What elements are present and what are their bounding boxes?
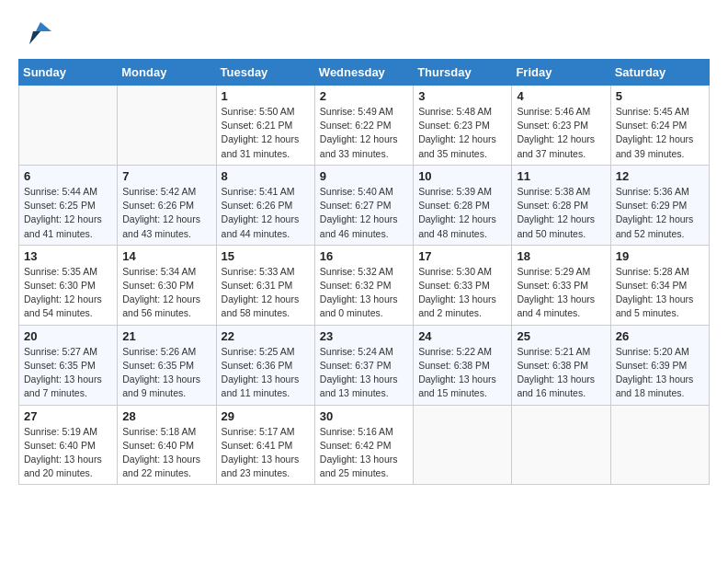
day-number: 11 — [517, 169, 605, 183]
day-number: 27 — [24, 409, 112, 423]
day-info: Sunrise: 5:39 AMSunset: 6:28 PMDaylight:… — [418, 185, 506, 241]
weekday-header: Wednesday — [314, 60, 413, 86]
logo — [18, 18, 51, 44]
calendar-cell: 9Sunrise: 5:40 AMSunset: 6:27 PMDaylight… — [314, 165, 413, 245]
calendar-cell: 28Sunrise: 5:18 AMSunset: 6:40 PMDayligh… — [118, 405, 216, 485]
day-info: Sunrise: 5:30 AMSunset: 6:33 PMDaylight:… — [418, 265, 506, 321]
calendar-header-row: SundayMondayTuesdayWednesdayThursdayFrid… — [19, 60, 710, 86]
day-number: 14 — [122, 249, 210, 263]
day-info: Sunrise: 5:22 AMSunset: 6:38 PMDaylight:… — [418, 345, 506, 401]
day-info: Sunrise: 5:24 AMSunset: 6:37 PMDaylight:… — [320, 345, 408, 401]
day-info: Sunrise: 5:32 AMSunset: 6:32 PMDaylight:… — [320, 265, 408, 321]
day-info: Sunrise: 5:35 AMSunset: 6:30 PMDaylight:… — [24, 265, 112, 321]
calendar-cell: 14Sunrise: 5:34 AMSunset: 6:30 PMDayligh… — [118, 245, 216, 325]
day-number: 17 — [418, 249, 506, 263]
day-number: 5 — [616, 89, 704, 103]
page-header — [18, 18, 710, 44]
calendar-cell — [118, 86, 216, 166]
day-number: 4 — [517, 89, 605, 103]
day-number: 15 — [222, 249, 310, 263]
calendar-cell: 8Sunrise: 5:41 AMSunset: 6:26 PMDaylight… — [216, 165, 314, 245]
calendar-cell — [610, 405, 709, 485]
day-number: 20 — [24, 329, 112, 343]
calendar-cell: 10Sunrise: 5:39 AMSunset: 6:28 PMDayligh… — [414, 165, 512, 245]
weekday-header: Friday — [512, 60, 610, 86]
weekday-header: Tuesday — [216, 60, 314, 86]
day-info: Sunrise: 5:25 AMSunset: 6:36 PMDaylight:… — [222, 345, 310, 401]
weekday-header: Thursday — [414, 60, 512, 86]
calendar-cell: 29Sunrise: 5:17 AMSunset: 6:41 PMDayligh… — [216, 405, 314, 485]
calendar-cell: 30Sunrise: 5:16 AMSunset: 6:42 PMDayligh… — [314, 405, 413, 485]
day-info: Sunrise: 5:26 AMSunset: 6:35 PMDaylight:… — [122, 345, 210, 401]
calendar-cell: 16Sunrise: 5:32 AMSunset: 6:32 PMDayligh… — [314, 245, 413, 325]
calendar-cell: 27Sunrise: 5:19 AMSunset: 6:40 PMDayligh… — [19, 405, 118, 485]
calendar-cell: 6Sunrise: 5:44 AMSunset: 6:25 PMDaylight… — [19, 165, 118, 245]
calendar-week-row: 6Sunrise: 5:44 AMSunset: 6:25 PMDaylight… — [19, 165, 710, 245]
weekday-header: Monday — [118, 60, 216, 86]
calendar-cell: 15Sunrise: 5:33 AMSunset: 6:31 PMDayligh… — [216, 245, 314, 325]
day-number: 2 — [320, 89, 408, 103]
day-number: 1 — [222, 89, 310, 103]
calendar-cell — [512, 405, 610, 485]
calendar-cell: 20Sunrise: 5:27 AMSunset: 6:35 PMDayligh… — [19, 325, 118, 405]
day-info: Sunrise: 5:46 AMSunset: 6:23 PMDaylight:… — [517, 105, 605, 161]
calendar-cell: 25Sunrise: 5:21 AMSunset: 6:38 PMDayligh… — [512, 325, 610, 405]
calendar-cell: 13Sunrise: 5:35 AMSunset: 6:30 PMDayligh… — [19, 245, 118, 325]
day-info: Sunrise: 5:34 AMSunset: 6:30 PMDaylight:… — [122, 265, 210, 321]
day-number: 21 — [122, 329, 210, 343]
day-info: Sunrise: 5:50 AMSunset: 6:21 PMDaylight:… — [222, 105, 310, 161]
calendar-cell: 3Sunrise: 5:48 AMSunset: 6:23 PMDaylight… — [414, 86, 512, 166]
day-info: Sunrise: 5:20 AMSunset: 6:39 PMDaylight:… — [616, 345, 704, 401]
day-info: Sunrise: 5:21 AMSunset: 6:38 PMDaylight:… — [517, 345, 605, 401]
day-info: Sunrise: 5:49 AMSunset: 6:22 PMDaylight:… — [320, 105, 408, 161]
day-info: Sunrise: 5:19 AMSunset: 6:40 PMDaylight:… — [24, 425, 112, 481]
calendar-table: SundayMondayTuesdayWednesdayThursdayFrid… — [18, 59, 710, 485]
day-number: 19 — [616, 249, 704, 263]
day-number: 23 — [320, 329, 408, 343]
calendar-cell: 1Sunrise: 5:50 AMSunset: 6:21 PMDaylight… — [216, 86, 314, 166]
calendar-cell: 11Sunrise: 5:38 AMSunset: 6:28 PMDayligh… — [512, 165, 610, 245]
day-number: 9 — [320, 169, 408, 183]
day-info: Sunrise: 5:45 AMSunset: 6:24 PMDaylight:… — [616, 105, 704, 161]
calendar-cell: 24Sunrise: 5:22 AMSunset: 6:38 PMDayligh… — [414, 325, 512, 405]
logo-icon — [22, 18, 51, 44]
day-number: 18 — [517, 249, 605, 263]
calendar-cell: 26Sunrise: 5:20 AMSunset: 6:39 PMDayligh… — [610, 325, 709, 405]
calendar-cell: 5Sunrise: 5:45 AMSunset: 6:24 PMDaylight… — [610, 86, 709, 166]
day-info: Sunrise: 5:28 AMSunset: 6:34 PMDaylight:… — [616, 265, 704, 321]
day-info: Sunrise: 5:36 AMSunset: 6:29 PMDaylight:… — [616, 185, 704, 241]
day-number: 24 — [418, 329, 506, 343]
day-number: 7 — [122, 169, 210, 183]
calendar-cell: 12Sunrise: 5:36 AMSunset: 6:29 PMDayligh… — [610, 165, 709, 245]
day-info: Sunrise: 5:44 AMSunset: 6:25 PMDaylight:… — [24, 185, 112, 241]
calendar-week-row: 27Sunrise: 5:19 AMSunset: 6:40 PMDayligh… — [19, 405, 710, 485]
calendar-week-row: 1Sunrise: 5:50 AMSunset: 6:21 PMDaylight… — [19, 86, 710, 166]
calendar-week-row: 13Sunrise: 5:35 AMSunset: 6:30 PMDayligh… — [19, 245, 710, 325]
day-info: Sunrise: 5:38 AMSunset: 6:28 PMDaylight:… — [517, 185, 605, 241]
day-number: 6 — [24, 169, 112, 183]
day-info: Sunrise: 5:16 AMSunset: 6:42 PMDaylight:… — [320, 425, 408, 481]
day-number: 26 — [616, 329, 704, 343]
day-info: Sunrise: 5:27 AMSunset: 6:35 PMDaylight:… — [24, 345, 112, 401]
calendar-cell: 18Sunrise: 5:29 AMSunset: 6:33 PMDayligh… — [512, 245, 610, 325]
calendar-cell: 21Sunrise: 5:26 AMSunset: 6:35 PMDayligh… — [118, 325, 216, 405]
day-info: Sunrise: 5:48 AMSunset: 6:23 PMDaylight:… — [418, 105, 506, 161]
day-info: Sunrise: 5:42 AMSunset: 6:26 PMDaylight:… — [122, 185, 210, 241]
day-info: Sunrise: 5:41 AMSunset: 6:26 PMDaylight:… — [222, 185, 310, 241]
day-number: 29 — [222, 409, 310, 423]
calendar-cell: 23Sunrise: 5:24 AMSunset: 6:37 PMDayligh… — [314, 325, 413, 405]
day-number: 12 — [616, 169, 704, 183]
calendar-cell: 7Sunrise: 5:42 AMSunset: 6:26 PMDaylight… — [118, 165, 216, 245]
day-number: 13 — [24, 249, 112, 263]
day-number: 3 — [418, 89, 506, 103]
day-number: 22 — [222, 329, 310, 343]
calendar-cell — [19, 86, 118, 166]
calendar-week-row: 20Sunrise: 5:27 AMSunset: 6:35 PMDayligh… — [19, 325, 710, 405]
calendar-cell — [414, 405, 512, 485]
day-number: 16 — [320, 249, 408, 263]
weekday-header: Saturday — [610, 60, 709, 86]
day-number: 25 — [517, 329, 605, 343]
calendar-cell: 17Sunrise: 5:30 AMSunset: 6:33 PMDayligh… — [414, 245, 512, 325]
calendar-cell: 19Sunrise: 5:28 AMSunset: 6:34 PMDayligh… — [610, 245, 709, 325]
day-number: 28 — [122, 409, 210, 423]
